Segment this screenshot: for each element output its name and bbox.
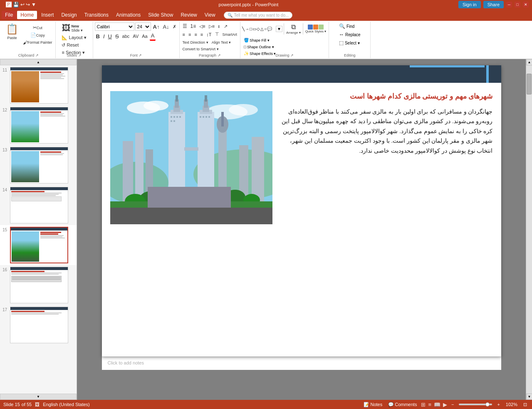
minimize-btn[interactable]: ─ [506, 2, 512, 7]
slide-thumbnail-15[interactable]: 15 [0, 225, 77, 265]
shapes-dropdown-btn[interactable]: ▼ [276, 26, 282, 32]
notes-button[interactable]: 📝 Notes [362, 402, 384, 408]
shape-callout[interactable]: 💬 [267, 27, 272, 31]
para-expand-btn[interactable]: ↗ [223, 23, 229, 30]
indent-less-btn[interactable]: ◁≡ [198, 23, 206, 30]
tab-review[interactable]: Review [177, 11, 200, 19]
zoom-in-btn[interactable]: + [495, 402, 501, 407]
redo-btn[interactable]: ↪ [26, 2, 30, 7]
tab-insert[interactable]: Insert [38, 11, 57, 19]
panel-scroll-down[interactable]: ▼ [0, 394, 77, 400]
shape-circle[interactable]: ○ [264, 27, 267, 31]
align-left-btn[interactable]: ≡ [181, 31, 186, 38]
char-spacing-btn[interactable]: AV [131, 33, 140, 40]
view-normal-btn[interactable]: ⊞ [421, 402, 426, 408]
underline-button[interactable]: U [107, 32, 113, 40]
paste-button[interactable]: 📋 Paste [3, 22, 21, 41]
zoom-thumb[interactable] [485, 402, 490, 407]
scroll-thumb[interactable] [527, 74, 532, 94]
shape-effects-button[interactable]: ✨ Shape Effects ▾ [242, 50, 277, 57]
view-reading-btn[interactable]: 📖 [434, 402, 440, 408]
tab-design[interactable]: Design [58, 11, 80, 19]
tab-file[interactable]: File [2, 11, 16, 19]
shadow-button[interactable]: abc [121, 33, 131, 40]
scroll-down-arrow[interactable]: ▼ [526, 394, 532, 400]
align-text-dropdown-btn[interactable]: Align Text ▾ [210, 40, 232, 45]
slide-thumbnail-12[interactable]: 12 [0, 105, 77, 145]
tab-slideshow[interactable]: Slide Show [145, 11, 176, 19]
text-dir-dropdown-btn[interactable]: Text Direction ▾ [181, 40, 210, 45]
slide-thumbnail-13[interactable]: 13 [0, 145, 77, 185]
shape-rect[interactable]: □ [250, 27, 252, 31]
align-center-btn[interactable]: ≡ [187, 31, 192, 38]
increase-font-btn[interactable]: A↑ [152, 23, 161, 31]
cut-button[interactable]: ✂ Cut [22, 24, 54, 31]
shape-fill-button[interactable]: 🪣 Shape Fill ▾ [242, 37, 277, 43]
font-size-select[interactable]: 24 [135, 22, 151, 31]
slide-indicator-icon[interactable]: 🖼 [35, 402, 40, 407]
cols-btn[interactable]: ⫾ [217, 23, 222, 30]
tell-me-box[interactable]: 🔍 Tell me what you want to do... [224, 12, 293, 19]
slide-thumbnail-14[interactable]: 14 [0, 185, 77, 225]
decrease-font-btn[interactable]: A↓ [161, 23, 170, 31]
smartart-btn[interactable]: SmartArt [221, 32, 239, 37]
select-button[interactable]: ⬚ Select ▾ [337, 39, 362, 47]
quick-styles-button[interactable]: Quick Styles ▾ [304, 24, 327, 34]
font-family-select[interactable]: Calibri [95, 22, 134, 31]
zoom-slider[interactable] [459, 404, 492, 405]
maximize-btn[interactable]: □ [515, 2, 520, 7]
align-right-btn[interactable]: ≡ [193, 31, 198, 38]
text-direction-btn[interactable]: ↕T [205, 31, 213, 38]
undo-btn[interactable]: ↩ [20, 2, 25, 7]
layout-button[interactable]: 📐 Layout ▾ [60, 34, 87, 41]
font-case-btn[interactable]: Aa [141, 33, 148, 40]
bold-button[interactable]: B [95, 32, 101, 40]
italic-button[interactable]: I [102, 32, 106, 40]
font-color-btn[interactable]: A [150, 32, 156, 41]
new-slide-button[interactable]: 🖼 New Slide ▾ [60, 22, 84, 34]
reset-button[interactable]: ↺ Reset [60, 42, 80, 49]
shape-line[interactable]: ╲ [242, 27, 245, 31]
slide-thumbnail-17[interactable]: 17 [0, 305, 77, 345]
replace-button[interactable]: ↔ Replace [337, 31, 362, 38]
tab-animations[interactable]: Animations [113, 11, 144, 19]
zoom-level[interactable]: 102% [504, 402, 519, 407]
shape-rounded-rect[interactable]: ▭ [252, 27, 256, 31]
comments-button[interactable]: 💬 Comments [386, 402, 418, 408]
find-button[interactable]: 🔍 Find [337, 22, 362, 30]
indent-more-btn[interactable]: ▷≡ [208, 23, 216, 30]
slide-canvas[interactable]: شهرهای مهم و توریستی مالزی کدام شهرها اس… [102, 65, 501, 357]
shape-outline-button[interactable]: □ Shape Outline ▾ [242, 44, 277, 50]
qa-dropdown-btn[interactable]: ▼ [31, 2, 36, 7]
tab-home[interactable]: Home [17, 11, 37, 19]
scroll-track[interactable] [526, 65, 532, 394]
save-btn[interactable]: 💾 [13, 2, 19, 7]
shape-arrow[interactable]: → [245, 27, 249, 31]
bullets-btn[interactable]: ☰ [181, 22, 188, 30]
notes-placeholder[interactable]: Click to add notes [108, 360, 144, 365]
view-outline-btn[interactable]: ≡ [428, 402, 431, 408]
justify-btn[interactable]: ≡ [199, 31, 204, 38]
numbering-btn[interactable]: 1≡ [189, 22, 198, 30]
format-painter-button[interactable]: 🖌 Format Painter [22, 39, 54, 46]
tab-view[interactable]: View [201, 11, 219, 19]
close-btn[interactable]: ✕ [523, 2, 529, 7]
align-text-btn[interactable]: ⊤ [214, 31, 220, 38]
slide-text-content[interactable]: شهرهای مهم و توریستی مالزی کدام شهرها اس… [281, 91, 493, 348]
clear-format-btn[interactable]: ✗ [171, 23, 178, 30]
shape-diamond[interactable]: ◇ [257, 27, 260, 31]
slide-thumbnail-11[interactable]: 11 [0, 65, 77, 105]
view-slideshow-btn[interactable]: ▶ [443, 402, 447, 408]
copy-button[interactable]: 📄 Copy [22, 32, 54, 39]
convert-smartart-btn[interactable]: Convert to SmartArt ▾ [181, 46, 220, 52]
zoom-out-btn[interactable]: − [450, 402, 455, 407]
shape-triangle[interactable]: △ [260, 27, 264, 31]
fit-slide-btn[interactable]: ⊡ [522, 402, 529, 408]
tab-transitions[interactable]: Transitions [81, 11, 112, 19]
notes-area[interactable]: Click to add notes [102, 357, 501, 370]
arrange-button[interactable]: ⧉ Arrange ▾ [285, 22, 302, 35]
share-button[interactable]: Share [483, 1, 504, 8]
scroll-up-arrow[interactable]: ▲ [526, 59, 532, 65]
sign-in-button[interactable]: Sign in [458, 1, 481, 8]
slide-thumbnail-16[interactable]: 16 [0, 265, 77, 305]
